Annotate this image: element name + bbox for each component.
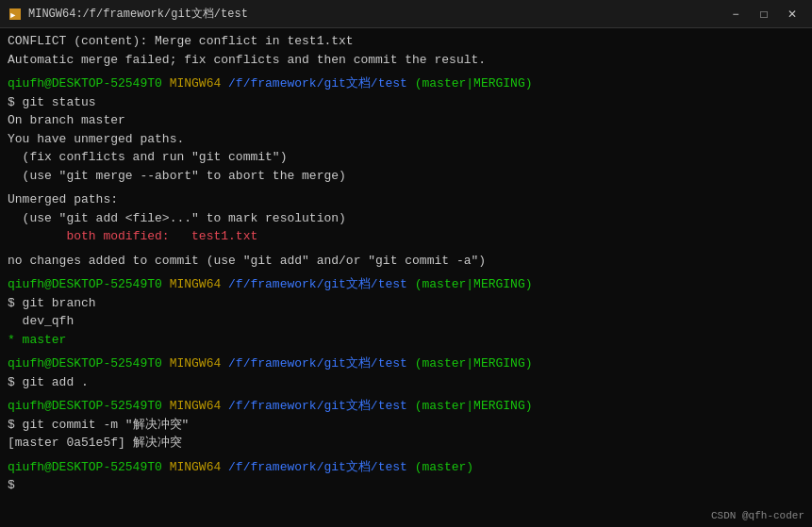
terminal-output-line: On branch master: [8, 111, 804, 130]
title-bar: ► MINGW64:/f/framework/git文档/test − □ ✕: [0, 0, 812, 28]
terminal-modified-line: both modified: test1.txt: [8, 227, 804, 246]
window-title: MINGW64:/f/framework/git文档/test: [28, 6, 248, 22]
watermark: CSDN @qfh-coder: [711, 510, 804, 521]
terminal-cmd-line: $ git status: [8, 93, 804, 112]
terminal-output-line: dev_qfh: [8, 312, 804, 331]
terminal-output-line: Unmerged paths:: [8, 190, 804, 209]
terminal-output-line: (use "git add <file>..." to mark resolut…: [8, 209, 804, 228]
terminal-output-line: no changes added to commit (use "git add…: [8, 252, 804, 271]
terminal-output-line: You have unmerged paths.: [8, 130, 804, 149]
title-bar-left: ► MINGW64:/f/framework/git文档/test: [8, 6, 248, 22]
terminal-output-line: Automatic merge failed; fix conflicts an…: [8, 51, 804, 70]
terminal-output-line: (fix conflicts and run "git commit"): [8, 148, 804, 167]
terminal-output-line: (use "git merge --abort" to abort the me…: [8, 167, 804, 186]
close-button[interactable]: ✕: [780, 5, 804, 24]
terminal-prompt-line: qiufh@DESKTOP-52549T0 MINGW64 /f/framewo…: [8, 275, 804, 294]
terminal-cmd-line: $ git add .: [8, 373, 804, 392]
svg-text:►: ►: [10, 11, 16, 21]
minimize-button[interactable]: −: [723, 5, 748, 24]
terminal-cmd-line: $: [8, 476, 804, 495]
terminal-prompt-line: qiufh@DESKTOP-52549T0 MINGW64 /f/framewo…: [8, 458, 804, 477]
window-controls: − □ ✕: [723, 5, 804, 24]
maximize-button[interactable]: □: [752, 5, 776, 24]
terminal-prompt-line: qiufh@DESKTOP-52549T0 MINGW64 /f/framewo…: [8, 354, 804, 373]
terminal-body: CONFLICT (content): Merge conflict in te…: [0, 28, 812, 527]
terminal-icon: ►: [8, 7, 23, 22]
terminal-prompt-line: qiufh@DESKTOP-52549T0 MINGW64 /f/framewo…: [8, 74, 804, 93]
terminal-cmd-line: $ git branch: [8, 294, 804, 313]
terminal-prompt-line: qiufh@DESKTOP-52549T0 MINGW64 /f/framewo…: [8, 397, 804, 416]
terminal-master-line: * master: [8, 331, 804, 350]
terminal-output-line: [master 0a51e5f] 解决冲突: [8, 434, 804, 453]
terminal-output-line: CONFLICT (content): Merge conflict in te…: [8, 32, 804, 51]
terminal-cmd-line: $ git commit -m "解决冲突": [8, 416, 804, 435]
